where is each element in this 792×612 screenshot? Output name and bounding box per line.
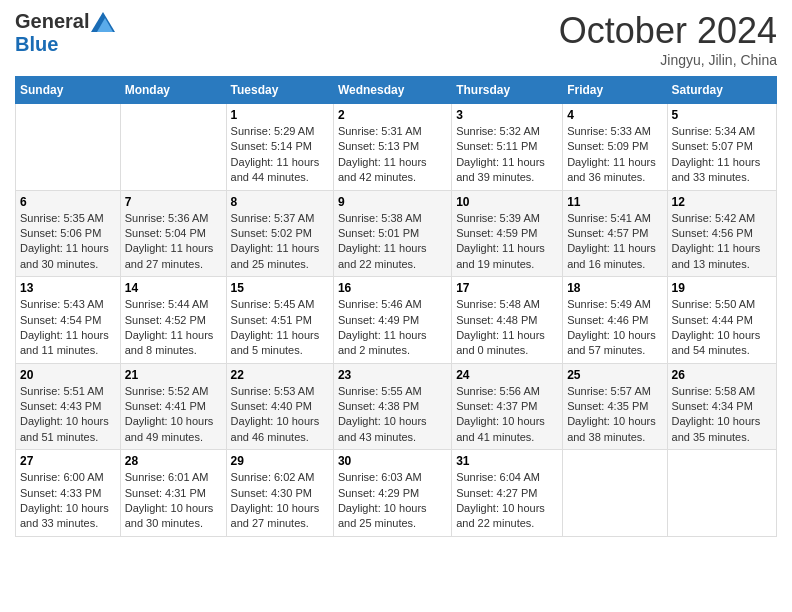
- day-number: 8: [231, 195, 329, 209]
- day-number: 23: [338, 368, 447, 382]
- day-number: 17: [456, 281, 558, 295]
- day-number: 18: [567, 281, 662, 295]
- calendar-cell: 26Sunrise: 5:58 AMSunset: 4:34 PMDayligh…: [667, 363, 776, 450]
- logo-general-text: General: [15, 10, 89, 33]
- calendar-cell: 24Sunrise: 5:56 AMSunset: 4:37 PMDayligh…: [452, 363, 563, 450]
- calendar-cell: 28Sunrise: 6:01 AMSunset: 4:31 PMDayligh…: [120, 450, 226, 537]
- day-number: 24: [456, 368, 558, 382]
- day-info: Sunrise: 5:31 AMSunset: 5:13 PMDaylight:…: [338, 124, 447, 186]
- header-sunday: Sunday: [16, 77, 121, 104]
- day-info: Sunrise: 5:34 AMSunset: 5:07 PMDaylight:…: [672, 124, 772, 186]
- day-info: Sunrise: 5:42 AMSunset: 4:56 PMDaylight:…: [672, 211, 772, 273]
- day-number: 7: [125, 195, 222, 209]
- logo: General Blue: [15, 10, 115, 56]
- day-number: 13: [20, 281, 116, 295]
- calendar-week-row: 27Sunrise: 6:00 AMSunset: 4:33 PMDayligh…: [16, 450, 777, 537]
- calendar-cell: 3Sunrise: 5:32 AMSunset: 5:11 PMDaylight…: [452, 104, 563, 191]
- calendar-cell: 22Sunrise: 5:53 AMSunset: 4:40 PMDayligh…: [226, 363, 333, 450]
- calendar-cell: [563, 450, 667, 537]
- calendar-cell: 13Sunrise: 5:43 AMSunset: 4:54 PMDayligh…: [16, 277, 121, 364]
- day-number: 21: [125, 368, 222, 382]
- header-friday: Friday: [563, 77, 667, 104]
- day-number: 5: [672, 108, 772, 122]
- day-info: Sunrise: 5:46 AMSunset: 4:49 PMDaylight:…: [338, 297, 447, 359]
- day-info: Sunrise: 6:01 AMSunset: 4:31 PMDaylight:…: [125, 470, 222, 532]
- calendar-cell: 5Sunrise: 5:34 AMSunset: 5:07 PMDaylight…: [667, 104, 776, 191]
- calendar-cell: 19Sunrise: 5:50 AMSunset: 4:44 PMDayligh…: [667, 277, 776, 364]
- day-number: 29: [231, 454, 329, 468]
- day-info: Sunrise: 6:03 AMSunset: 4:29 PMDaylight:…: [338, 470, 447, 532]
- day-number: 3: [456, 108, 558, 122]
- calendar-cell: 17Sunrise: 5:48 AMSunset: 4:48 PMDayligh…: [452, 277, 563, 364]
- calendar-week-row: 1Sunrise: 5:29 AMSunset: 5:14 PMDaylight…: [16, 104, 777, 191]
- day-number: 28: [125, 454, 222, 468]
- day-number: 6: [20, 195, 116, 209]
- calendar-cell: 1Sunrise: 5:29 AMSunset: 5:14 PMDaylight…: [226, 104, 333, 191]
- title-area: October 2024 Jingyu, Jilin, China: [559, 10, 777, 68]
- day-info: Sunrise: 5:37 AMSunset: 5:02 PMDaylight:…: [231, 211, 329, 273]
- calendar-cell: 16Sunrise: 5:46 AMSunset: 4:49 PMDayligh…: [333, 277, 451, 364]
- day-info: Sunrise: 5:55 AMSunset: 4:38 PMDaylight:…: [338, 384, 447, 446]
- day-number: 15: [231, 281, 329, 295]
- calendar-cell: 30Sunrise: 6:03 AMSunset: 4:29 PMDayligh…: [333, 450, 451, 537]
- calendar-cell: 7Sunrise: 5:36 AMSunset: 5:04 PMDaylight…: [120, 190, 226, 277]
- day-number: 16: [338, 281, 447, 295]
- day-number: 14: [125, 281, 222, 295]
- day-number: 25: [567, 368, 662, 382]
- day-number: 12: [672, 195, 772, 209]
- day-number: 4: [567, 108, 662, 122]
- day-number: 20: [20, 368, 116, 382]
- day-info: Sunrise: 5:39 AMSunset: 4:59 PMDaylight:…: [456, 211, 558, 273]
- calendar-header-row: Sunday Monday Tuesday Wednesday Thursday…: [16, 77, 777, 104]
- day-number: 1: [231, 108, 329, 122]
- calendar-cell: 6Sunrise: 5:35 AMSunset: 5:06 PMDaylight…: [16, 190, 121, 277]
- month-title: October 2024: [559, 10, 777, 52]
- calendar-table: Sunday Monday Tuesday Wednesday Thursday…: [15, 76, 777, 537]
- calendar-cell: 25Sunrise: 5:57 AMSunset: 4:35 PMDayligh…: [563, 363, 667, 450]
- day-number: 11: [567, 195, 662, 209]
- calendar-week-row: 20Sunrise: 5:51 AMSunset: 4:43 PMDayligh…: [16, 363, 777, 450]
- calendar-cell: 10Sunrise: 5:39 AMSunset: 4:59 PMDayligh…: [452, 190, 563, 277]
- day-number: 22: [231, 368, 329, 382]
- day-info: Sunrise: 5:29 AMSunset: 5:14 PMDaylight:…: [231, 124, 329, 186]
- calendar-cell: [120, 104, 226, 191]
- calendar-cell: 8Sunrise: 5:37 AMSunset: 5:02 PMDaylight…: [226, 190, 333, 277]
- calendar-cell: 4Sunrise: 5:33 AMSunset: 5:09 PMDaylight…: [563, 104, 667, 191]
- day-number: 19: [672, 281, 772, 295]
- page-header: General Blue October 2024 Jingyu, Jilin,…: [15, 10, 777, 68]
- calendar-cell: 31Sunrise: 6:04 AMSunset: 4:27 PMDayligh…: [452, 450, 563, 537]
- day-info: Sunrise: 5:50 AMSunset: 4:44 PMDaylight:…: [672, 297, 772, 359]
- logo-blue-text: Blue: [15, 33, 58, 56]
- day-info: Sunrise: 5:49 AMSunset: 4:46 PMDaylight:…: [567, 297, 662, 359]
- header-wednesday: Wednesday: [333, 77, 451, 104]
- day-info: Sunrise: 5:35 AMSunset: 5:06 PMDaylight:…: [20, 211, 116, 273]
- calendar-cell: [667, 450, 776, 537]
- page-container: General Blue October 2024 Jingyu, Jilin,…: [0, 0, 792, 547]
- header-monday: Monday: [120, 77, 226, 104]
- calendar-cell: 9Sunrise: 5:38 AMSunset: 5:01 PMDaylight…: [333, 190, 451, 277]
- calendar-cell: 12Sunrise: 5:42 AMSunset: 4:56 PMDayligh…: [667, 190, 776, 277]
- calendar-cell: 20Sunrise: 5:51 AMSunset: 4:43 PMDayligh…: [16, 363, 121, 450]
- day-info: Sunrise: 5:32 AMSunset: 5:11 PMDaylight:…: [456, 124, 558, 186]
- day-info: Sunrise: 5:36 AMSunset: 5:04 PMDaylight:…: [125, 211, 222, 273]
- day-number: 26: [672, 368, 772, 382]
- day-number: 2: [338, 108, 447, 122]
- calendar-cell: [16, 104, 121, 191]
- calendar-cell: 15Sunrise: 5:45 AMSunset: 4:51 PMDayligh…: [226, 277, 333, 364]
- day-info: Sunrise: 5:33 AMSunset: 5:09 PMDaylight:…: [567, 124, 662, 186]
- calendar-cell: 29Sunrise: 6:02 AMSunset: 4:30 PMDayligh…: [226, 450, 333, 537]
- calendar-cell: 21Sunrise: 5:52 AMSunset: 4:41 PMDayligh…: [120, 363, 226, 450]
- day-number: 27: [20, 454, 116, 468]
- day-info: Sunrise: 5:58 AMSunset: 4:34 PMDaylight:…: [672, 384, 772, 446]
- day-number: 30: [338, 454, 447, 468]
- day-info: Sunrise: 5:45 AMSunset: 4:51 PMDaylight:…: [231, 297, 329, 359]
- header-thursday: Thursday: [452, 77, 563, 104]
- day-info: Sunrise: 5:57 AMSunset: 4:35 PMDaylight:…: [567, 384, 662, 446]
- day-info: Sunrise: 6:04 AMSunset: 4:27 PMDaylight:…: [456, 470, 558, 532]
- day-info: Sunrise: 5:41 AMSunset: 4:57 PMDaylight:…: [567, 211, 662, 273]
- day-info: Sunrise: 5:51 AMSunset: 4:43 PMDaylight:…: [20, 384, 116, 446]
- calendar-cell: 18Sunrise: 5:49 AMSunset: 4:46 PMDayligh…: [563, 277, 667, 364]
- day-info: Sunrise: 5:44 AMSunset: 4:52 PMDaylight:…: [125, 297, 222, 359]
- day-info: Sunrise: 6:02 AMSunset: 4:30 PMDaylight:…: [231, 470, 329, 532]
- header-saturday: Saturday: [667, 77, 776, 104]
